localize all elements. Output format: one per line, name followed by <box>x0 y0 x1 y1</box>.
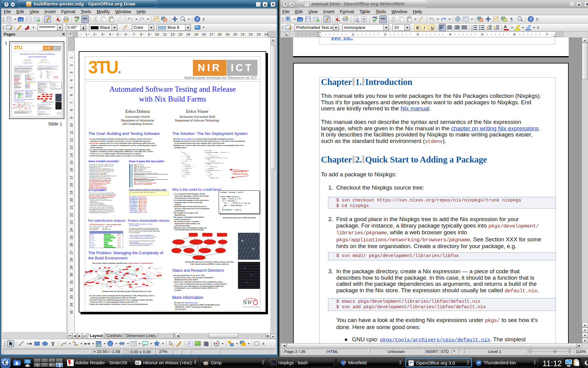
svg-text:Netherlands Organisation for S: Netherlands Organisation for Scientific … <box>57 114 62 115</box>
svg-text:W: W <box>58 113 59 114</box>
svg-text:?: ? <box>530 17 532 21</box>
svg-text:ABC: ABC <box>380 17 386 20</box>
svg-text:N: N <box>57 113 58 114</box>
svg-text:>_: >_ <box>271 361 274 364</box>
svg-text:B: B <box>416 25 419 30</box>
svg-text:U: U <box>431 25 434 30</box>
svg-text:cZ: cZ <box>136 361 139 365</box>
svg-text:@: @ <box>362 17 366 21</box>
svg-text:T: T <box>51 341 55 347</box>
svg-text:?: ? <box>196 17 199 21</box>
svg-text:A: A <box>188 342 190 346</box>
svg-text:ABC: ABC <box>82 17 88 20</box>
svg-text:I: I <box>423 25 425 30</box>
svg-text:A: A <box>504 24 507 29</box>
svg-text:¶: ¶ <box>510 17 513 22</box>
svg-text:Netherlands Organisation for S: Netherlands Organisation for Scientific … <box>243 307 259 308</box>
svg-text:W: W <box>247 299 252 305</box>
svg-text:N: N <box>243 299 247 305</box>
svg-text:3: 3 <box>471 29 473 31</box>
